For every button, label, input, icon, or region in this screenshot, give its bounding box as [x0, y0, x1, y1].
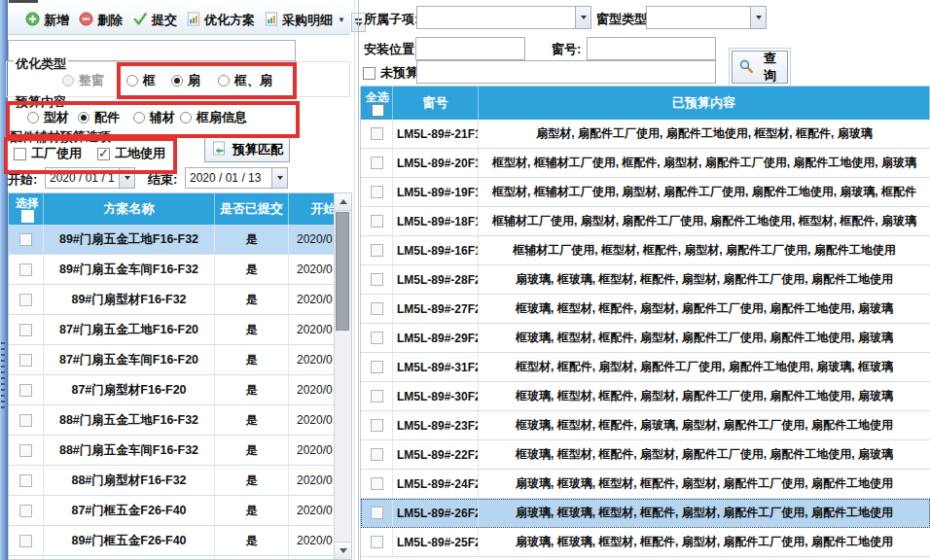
row-checkbox[interactable] — [19, 444, 32, 457]
row-checkbox[interactable] — [371, 536, 383, 548]
select-all-checkbox[interactable] — [372, 104, 384, 117]
radio-whole-window[interactable]: 整窗 — [62, 72, 104, 89]
row-checkbox[interactable] — [19, 263, 32, 276]
row-checkbox[interactable] — [371, 477, 383, 490]
plan-table-row[interactable]: 88#门扇五金工地F16-F32是2020/0 — [9, 405, 351, 436]
row-checkbox[interactable] — [19, 414, 32, 427]
add-button[interactable]: 新增 — [20, 10, 74, 31]
row-select-cell[interactable] — [361, 120, 393, 148]
window-no-input[interactable] — [587, 37, 716, 60]
row-select-cell[interactable] — [361, 528, 393, 556]
row-select-cell[interactable] — [9, 526, 44, 555]
scroll-up-icon[interactable] — [335, 193, 351, 211]
row-select-cell[interactable] — [361, 149, 393, 177]
row-checkbox[interactable] — [19, 233, 32, 246]
scrollbar-thumb[interactable] — [336, 212, 349, 331]
row-select-cell[interactable] — [361, 353, 393, 381]
window-table-row[interactable]: LM5L-89#-27F25框玻璃, 框型材, 框配件, 扇型材, 扇配件工厂使… — [361, 295, 930, 324]
radio-accessory[interactable]: 配件 — [78, 109, 120, 126]
radio-auxiliary[interactable]: 辅材 — [133, 109, 175, 126]
row-checkbox[interactable] — [19, 324, 32, 336]
row-select-cell[interactable] — [361, 178, 393, 206]
splitter-grip[interactable] — [1, 342, 5, 412]
row-checkbox[interactable] — [371, 448, 383, 461]
row-checkbox[interactable] — [371, 332, 383, 344]
radio-frame-sash[interactable]: 框、扇 — [218, 72, 272, 89]
radio-frame[interactable]: 框 — [126, 72, 156, 89]
window-table-row[interactable]: LM5L-89#-30F28框玻璃, 框型材, 框配件, 扇型材, 扇配件工厂使… — [361, 382, 930, 411]
row-checkbox[interactable] — [371, 157, 383, 169]
row-select-cell[interactable] — [9, 556, 44, 560]
row-select-cell[interactable] — [9, 315, 44, 344]
window-table-row[interactable]: LM5L-89#-25F23扇玻璃, 框玻璃, 框型材, 框配件, 扇型材, 扇… — [361, 528, 930, 557]
end-date-picker[interactable]: 2020 / 01 / 13 — [185, 167, 288, 189]
row-checkbox[interactable] — [371, 302, 383, 315]
row-select-cell[interactable] — [361, 265, 393, 294]
row-select-cell[interactable] — [361, 324, 393, 352]
checkbox-no-budget[interactable]: 未预算: — [363, 64, 422, 82]
row-select-cell[interactable] — [9, 375, 44, 404]
row-checkbox[interactable] — [371, 507, 383, 519]
row-select-cell[interactable] — [9, 345, 44, 374]
plan-table-row[interactable]: 89#门扇五金车间F16-F32是2020/0 — [9, 255, 351, 285]
window-table-row[interactable]: LM5L-89#-19F17框型材, 框辅材工厂使用, 扇型材, 扇配件工厂使用… — [361, 178, 930, 207]
row-select-cell[interactable] — [361, 295, 393, 323]
radio-sash[interactable]: 扇 — [171, 72, 200, 89]
row-checkbox[interactable] — [19, 384, 32, 397]
no-budget-input[interactable] — [416, 60, 716, 84]
window-table-row[interactable]: LM5L-89#-16F15框辅材工厂使用, 框型材, 框配件, 扇型材, 扇配… — [361, 236, 930, 265]
radio-profile[interactable]: 型材 — [27, 109, 69, 126]
plan-table-row[interactable]: 88#门框五金F21-F40是2020/0 — [9, 556, 351, 560]
window-table-row[interactable]: LM5L-89#-18F16框辅材工厂使用, 扇型材, 扇配件工厂使用, 扇配件… — [361, 207, 930, 236]
row-select-cell[interactable] — [9, 225, 44, 254]
row-select-cell[interactable] — [9, 436, 44, 465]
delete-button[interactable]: 删除 — [74, 10, 127, 31]
row-select-cell[interactable] — [361, 499, 393, 527]
row-checkbox[interactable] — [19, 474, 32, 487]
row-checkbox[interactable] — [19, 354, 32, 367]
window-table-row[interactable]: LM5L-89#-23F21框玻璃, 框型材, 框配件, 扇玻璃, 扇型材, 扇… — [361, 411, 930, 440]
budget-match-button[interactable]: 预算匹配 — [204, 137, 290, 162]
purchase-detail-button[interactable]: 采购明细 ▼ — [260, 10, 350, 31]
plan-table-row[interactable]: 89#门扇五金工地F16-F32是2020/0 — [9, 225, 351, 255]
chevron-down-icon[interactable] — [750, 7, 766, 28]
start-date-picker[interactable]: 2020 / 01 / 1 — [45, 167, 135, 189]
row-select-cell[interactable] — [361, 440, 393, 469]
window-table-row[interactable]: LM5L-89#-26F24扇玻璃, 框玻璃, 框型材, 框配件, 扇型材, 扇… — [361, 499, 930, 528]
row-checkbox[interactable] — [371, 215, 383, 228]
row-checkbox[interactable] — [19, 294, 32, 306]
optimize-plan-button[interactable]: 优化方案 — [182, 10, 260, 31]
row-checkbox[interactable] — [371, 244, 383, 257]
select-all-checkbox[interactable] — [21, 210, 34, 223]
plan-table-row[interactable]: 88#门扇五金车间F16-F32是2020/0 — [9, 436, 351, 466]
row-select-cell[interactable] — [361, 411, 393, 439]
row-select-cell[interactable] — [9, 255, 44, 284]
query-button[interactable]: 查询 — [732, 51, 788, 84]
chevron-down-icon[interactable] — [119, 168, 134, 188]
row-checkbox[interactable] — [19, 535, 32, 547]
row-select-cell[interactable] — [361, 236, 393, 264]
checkbox-site-use[interactable]: 工地使用 — [97, 145, 165, 162]
plan-table-row[interactable]: 88#门扇型材F16-F32是2020/0 — [9, 466, 351, 496]
window-table-row[interactable]: LM5L-89#-21F19扇型材, 扇配件工厂使用, 扇配件工地使用, 框型材… — [361, 120, 930, 149]
plan-table-row[interactable]: 87#门扇型材F16-F20是2020/0 — [9, 375, 351, 405]
window-table-row[interactable]: LM5L-89#-20F18框型材, 框辅材工厂使用, 框配件, 扇型材, 扇配… — [361, 149, 930, 178]
panel-divider[interactable] — [358, 0, 359, 560]
window-type-combobox[interactable] — [646, 6, 767, 29]
window-table-row[interactable]: LM5L-89#-22F20框玻璃, 框型材, 框配件, 扇型材, 扇配件工厂使… — [361, 440, 930, 470]
window-table-row[interactable]: LM5L-89#-31F29框型材, 框配件, 扇型材, 扇配件工厂使用, 扇配… — [361, 353, 930, 382]
plan-table-row[interactable]: 89#门框五金F26-F40是2020/0 — [9, 526, 351, 556]
row-checkbox[interactable] — [371, 127, 383, 140]
window-table-row[interactable]: LM5L-89#-24F22扇玻璃, 框玻璃, 框型材, 框配件, 扇型材, 扇… — [361, 470, 930, 499]
plan-table-row[interactable]: 87#门扇五金车间F16-F20是2020/0 — [9, 345, 351, 375]
vertical-scrollbar[interactable] — [334, 193, 351, 559]
radio-frame-sash-info[interactable]: 框扇信息 — [180, 109, 247, 126]
chevron-down-icon[interactable] — [575, 7, 590, 28]
row-select-cell[interactable] — [9, 466, 44, 495]
row-select-cell[interactable] — [361, 470, 393, 498]
scroll-down-icon[interactable] — [335, 542, 351, 559]
submit-button[interactable]: 提交 — [127, 10, 182, 31]
window-table-row[interactable]: LM5L-89#-28F26扇玻璃, 框玻璃, 框型材, 框配件, 扇型材, 扇… — [361, 265, 930, 295]
row-select-cell[interactable] — [9, 496, 44, 525]
row-checkbox[interactable] — [371, 361, 383, 373]
